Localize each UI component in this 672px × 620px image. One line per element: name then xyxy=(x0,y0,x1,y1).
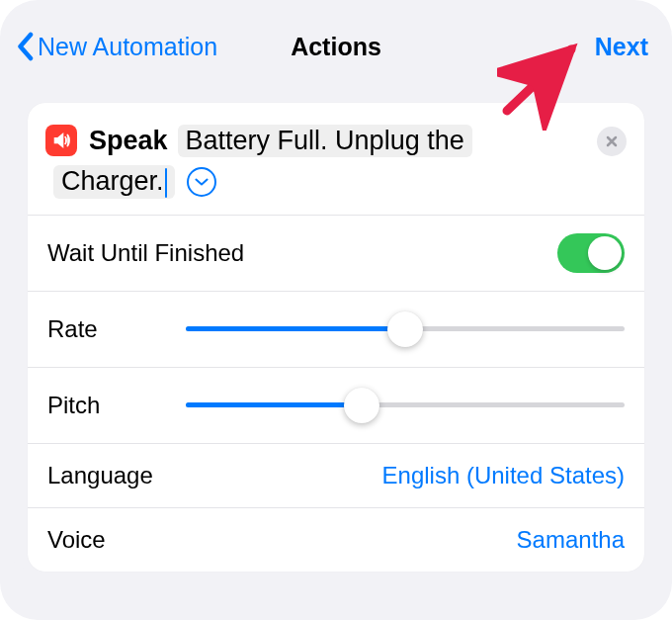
pitch-label: Pitch xyxy=(47,392,156,419)
voice-row[interactable]: Voice Samantha xyxy=(28,507,644,572)
page-title: Actions xyxy=(291,33,381,61)
toggle-knob xyxy=(588,236,622,270)
slider-thumb[interactable] xyxy=(344,388,379,423)
pitch-slider[interactable] xyxy=(186,388,625,423)
back-button[interactable]: New Automation xyxy=(14,32,217,61)
slider-thumb[interactable] xyxy=(387,311,423,347)
voice-label: Voice xyxy=(47,526,106,554)
next-button[interactable]: Next xyxy=(595,33,648,61)
rate-row: Rate xyxy=(28,291,644,367)
language-label: Language xyxy=(47,462,153,489)
language-row[interactable]: Language English (United States) xyxy=(28,443,644,507)
expand-options-button[interactable] xyxy=(187,167,216,197)
close-icon xyxy=(605,134,619,148)
voice-value: Samantha xyxy=(517,526,625,554)
wait-toggle[interactable] xyxy=(557,233,625,273)
speak-text-token[interactable]: Battery Full. Unplug the xyxy=(178,125,472,157)
action-header: Speak Battery Full. Unplug the Charger. xyxy=(28,103,644,215)
text-cursor xyxy=(165,168,167,198)
chevron-left-icon xyxy=(14,32,36,61)
screen: New Automation Actions Next Speak Batter… xyxy=(0,0,672,620)
remove-action-button[interactable] xyxy=(597,127,627,156)
back-label: New Automation xyxy=(38,33,217,61)
chevron-down-icon xyxy=(194,174,210,190)
rate-label: Rate xyxy=(47,315,156,343)
action-name: Speak xyxy=(89,126,168,156)
action-card: Speak Battery Full. Unplug the Charger. … xyxy=(28,103,644,572)
navbar: New Automation Actions Next xyxy=(4,24,668,75)
speaker-icon xyxy=(45,125,77,156)
speak-text-token[interactable]: Charger. xyxy=(53,165,175,199)
wait-label: Wait Until Finished xyxy=(47,239,244,267)
language-value: English (United States) xyxy=(382,462,625,489)
rate-slider[interactable] xyxy=(186,311,625,347)
wait-until-finished-row: Wait Until Finished xyxy=(28,215,644,291)
pitch-row: Pitch xyxy=(28,367,644,443)
